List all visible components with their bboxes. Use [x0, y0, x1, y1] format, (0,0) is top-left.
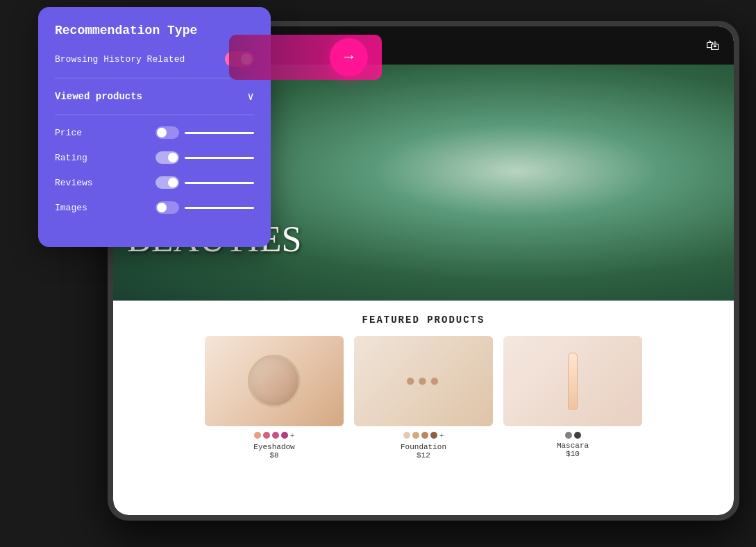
- color-dot: [403, 432, 410, 439]
- reviews-label: Reviews: [55, 178, 103, 188]
- product-price-foundation: $12: [354, 451, 493, 460]
- product-color-dots-mascara: [503, 432, 642, 439]
- color-dot: [430, 432, 437, 439]
- product-image-mascara: [503, 336, 642, 426]
- rating-slider-container: [156, 151, 254, 164]
- product-color-dots-foundation: +: [354, 432, 493, 440]
- product-color-dots-eyeshadow: +: [205, 432, 344, 440]
- color-dot: [281, 432, 288, 439]
- scene: 🛍 OES BEAUTIES FEATURED PRODUCTS: [0, 0, 756, 547]
- images-label: Images: [55, 203, 103, 213]
- viewed-products-row[interactable]: Viewed products ∨: [55, 90, 254, 103]
- images-slider-container: [156, 201, 254, 214]
- product-card-foundation[interactable]: + Foundation $12: [354, 336, 493, 460]
- chevron-down-icon: ∨: [247, 90, 254, 103]
- reviews-toggle[interactable]: [156, 176, 179, 189]
- product-image-eyeshadow: [205, 336, 344, 426]
- rating-label: Rating: [55, 153, 103, 163]
- viewed-products-label: Viewed products: [55, 91, 142, 102]
- arrow-button[interactable]: [330, 38, 368, 76]
- product-card-eyeshadow[interactable]: + Eyeshadow $8: [205, 336, 344, 460]
- product-name-foundation: Foundation: [354, 443, 493, 451]
- images-slider-line[interactable]: [185, 207, 254, 209]
- divider-1: [55, 78, 254, 78]
- price-slider-container: [156, 126, 254, 139]
- rating-toggle[interactable]: [156, 151, 179, 164]
- reviews-slider-container: [156, 176, 254, 189]
- product-card-mascara[interactable]: Mascara $10: [503, 336, 642, 460]
- divider-2: [55, 115, 254, 115]
- price-label: Price: [55, 128, 103, 138]
- reviews-slider-line[interactable]: [185, 182, 254, 184]
- product-name-mascara: Mascara: [503, 441, 642, 450]
- color-dot: [412, 432, 419, 439]
- color-dot: [574, 432, 581, 439]
- reviews-slider-row: Reviews: [55, 176, 254, 189]
- cart-icon[interactable]: 🛍: [706, 37, 720, 54]
- color-dot: [421, 432, 428, 439]
- price-slider-row: Price: [55, 126, 254, 139]
- color-dot: [254, 432, 261, 439]
- more-colors: +: [439, 432, 444, 440]
- browsing-history-label: Browsing History Related: [55, 54, 185, 65]
- product-name-eyeshadow: Eyeshadow: [205, 443, 344, 451]
- rating-slider-line[interactable]: [185, 157, 254, 159]
- panel-title: Recommendation Type: [55, 24, 254, 37]
- product-price-mascara: $10: [503, 450, 642, 458]
- product-price-eyeshadow: $8: [205, 451, 344, 460]
- price-slider-line[interactable]: [185, 132, 254, 134]
- price-toggle[interactable]: [156, 126, 179, 139]
- products-section: FEATURED PRODUCTS + Eyeshadow $: [113, 301, 734, 473]
- images-toggle[interactable]: [156, 201, 179, 214]
- color-dot: [263, 432, 270, 439]
- products-title: FEATURED PRODUCTS: [127, 314, 720, 326]
- rating-slider-row: Rating: [55, 151, 254, 164]
- images-slider-row: Images: [55, 201, 254, 214]
- color-dot: [272, 432, 279, 439]
- more-colors: +: [290, 432, 295, 440]
- products-grid: + Eyeshadow $8 +: [127, 336, 720, 460]
- color-dot: [565, 432, 572, 439]
- browsing-history-row: Browsing History Related: [55, 51, 254, 67]
- product-image-foundation: [354, 336, 493, 426]
